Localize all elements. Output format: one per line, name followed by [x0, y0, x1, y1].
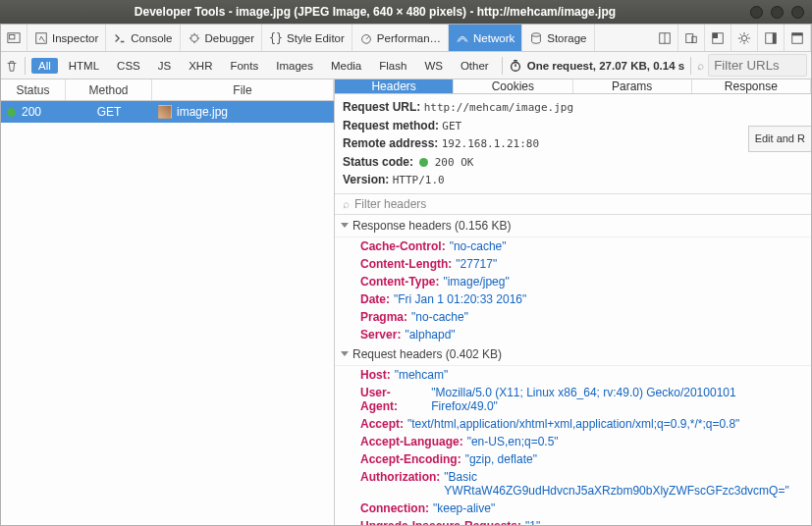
filter-headers-input[interactable]: Filter headers [354, 197, 803, 211]
tab-performance-label: Performan… [377, 32, 441, 44]
tab-inspector-label: Inspector [52, 32, 98, 44]
header-name: User-Agent [360, 386, 427, 413]
detail-tab-headers[interactable]: Headers [335, 79, 454, 93]
file-name: image.jpg [177, 105, 228, 119]
tab-storage[interactable]: Storage [522, 25, 594, 51]
svg-point-5 [532, 32, 541, 36]
header-row: Server "alphapd" [335, 326, 811, 343]
header-row: Accept-Encoding "gzip, deflate" [335, 450, 811, 468]
header-name: Host [360, 368, 391, 382]
request-headers-group: Request headers (0.402 KB) Host "mehcam"… [335, 343, 811, 525]
request-url: http://mehcam/image.jpg [424, 101, 573, 114]
tab-performance[interactable]: Performan… [352, 25, 449, 51]
filter-media[interactable]: Media [324, 58, 368, 74]
header-row: Content-Type "image/jpeg" [335, 273, 811, 290]
header-name: Server [360, 328, 401, 342]
detail-tab-cookies[interactable]: Cookies [454, 79, 572, 93]
header-row: Cache-Control "no-cache" [335, 237, 811, 255]
col-file[interactable]: File [152, 79, 334, 100]
header-value: "Mozilla/5.0 (X11; Linux x86_64; rv:49.0… [431, 386, 803, 413]
header-name: Accept [360, 417, 404, 431]
window-titlebar: Developer Tools - image.jpg (JPEG Image,… [0, 0, 812, 24]
header-value: "no-cache" [411, 310, 468, 324]
header-row: Upgrade-Insecure-Requests "1" [335, 517, 811, 525]
split-console-icon[interactable] [652, 25, 678, 51]
request-row[interactable]: 200 GET image.jpg [1, 101, 334, 123]
dock-side-icon[interactable] [758, 25, 785, 51]
tab-console[interactable]: Console [106, 25, 180, 51]
header-name: Accept-Language [360, 435, 463, 448]
request-headers-title[interactable]: Request headers (0.402 KB) [335, 343, 811, 366]
header-name: Content-Type [360, 275, 439, 289]
window-minimize-icon[interactable] [750, 6, 763, 19]
tab-debugger[interactable]: Debugger [181, 25, 263, 51]
header-value: "Fri Jan 1 01:20:33 2016" [394, 292, 526, 306]
braces-icon: {} [269, 31, 283, 45]
svg-rect-16 [792, 32, 803, 35]
stopwatch-icon [509, 59, 522, 73]
clear-icon[interactable] [5, 59, 19, 73]
header-name: Date [360, 292, 390, 306]
header-name: Accept-Encoding [360, 452, 461, 466]
edit-and-resend-button[interactable]: Edit and R [748, 126, 811, 152]
filter-html[interactable]: HTML [62, 58, 106, 74]
file-thumbnail-icon [158, 105, 172, 119]
status-code-value: 200 OK [435, 156, 474, 169]
detail-tab-response[interactable]: Response [692, 79, 811, 93]
header-value: "1" [525, 519, 540, 525]
filter-fonts[interactable]: Fonts [223, 58, 265, 74]
responsive-mode-icon[interactable] [678, 25, 705, 51]
header-value: "27717" [456, 257, 497, 271]
col-method[interactable]: Method [66, 79, 152, 100]
response-headers-title[interactable]: Response headers (0.156 KB) [335, 215, 811, 237]
request-method: GET [442, 120, 461, 132]
dock-window-icon[interactable] [785, 25, 811, 51]
network-filterbar: All HTML CSS JS XHR Fonts Images Media F… [1, 52, 811, 79]
status-dot-icon [419, 158, 428, 167]
request-summary-block: Request URL: http://mehcam/image.jpg Req… [335, 94, 811, 193]
header-name: Authorization [360, 470, 440, 498]
filter-xhr[interactable]: XHR [182, 58, 219, 74]
method-cell: GET [66, 105, 152, 119]
header-name: Content-Length [360, 257, 452, 271]
header-name: Connection [360, 501, 429, 515]
settings-icon[interactable] [731, 25, 758, 51]
header-value: "image/jpeg" [443, 275, 509, 289]
svg-rect-14 [773, 32, 777, 43]
header-value: "gzip, deflate" [465, 452, 537, 466]
window-close-icon[interactable] [791, 6, 804, 19]
filter-flash[interactable]: Flash [372, 58, 413, 74]
filter-images[interactable]: Images [269, 58, 320, 74]
filter-css[interactable]: CSS [110, 58, 147, 74]
header-row: Authorization "Basic YWRtaW46ZG9udHdvcnJ… [335, 468, 811, 500]
filter-urls-input[interactable] [708, 54, 807, 77]
filter-other[interactable]: Other [454, 58, 496, 74]
header-value: "keep-alive" [433, 501, 495, 515]
tab-storage-label: Storage [547, 32, 586, 44]
header-value: "en-US,en;q=0.5" [467, 435, 559, 448]
request-summary: One request, 27.07 KB, 0.14 s [509, 59, 684, 73]
window-title: Developer Tools - image.jpg (JPEG Image,… [8, 5, 742, 19]
tab-network[interactable]: Network [449, 25, 522, 51]
detail-tab-params[interactable]: Params [573, 79, 692, 93]
header-value: "mehcam" [395, 368, 449, 382]
header-row: User-Agent "Mozilla/5.0 (X11; Linux x86_… [335, 384, 811, 415]
tab-debugger-label: Debugger [205, 32, 255, 44]
request-details: Headers Cookies Params Response Request … [335, 79, 811, 525]
svg-point-12 [741, 35, 746, 40]
tab-console-label: Console [131, 32, 172, 44]
filter-ws[interactable]: WS [417, 58, 450, 74]
header-row: Pragma "no-cache" [335, 308, 811, 326]
header-value: "Basic YWRtaW46ZG9udHdvcnJ5aXRzbm90bXlyZ… [444, 470, 803, 498]
tab-inspector[interactable]: Inspector [27, 25, 106, 51]
status-code: 200 [22, 105, 41, 119]
iframe-picker-button[interactable] [1, 25, 27, 51]
window-maximize-icon[interactable] [771, 6, 784, 19]
filter-js[interactable]: JS [151, 58, 178, 74]
header-row: Content-Length "27717" [335, 255, 811, 273]
tab-style-editor[interactable]: {} Style Editor [262, 25, 352, 51]
devtools-toolbar: Inspector Console Debugger {} Style Edit… [1, 25, 811, 52]
col-status[interactable]: Status [1, 79, 66, 100]
filter-all[interactable]: All [31, 58, 58, 74]
grab-color-icon[interactable] [705, 25, 731, 51]
